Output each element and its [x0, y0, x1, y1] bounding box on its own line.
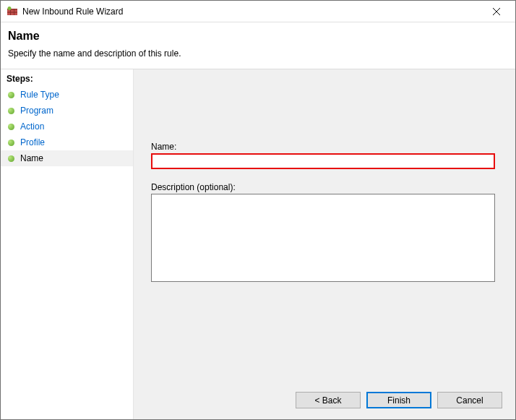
- step-label: Action: [20, 121, 44, 132]
- step-label: Program: [20, 106, 53, 116]
- wizard-window: New Inbound Rule Wizard Name Specify the…: [0, 0, 516, 420]
- svg-rect-2: [7, 12, 17, 13]
- button-row: < Back Finish Cancel: [296, 392, 502, 408]
- step-profile[interactable]: Profile: [1, 134, 133, 150]
- step-label: Name: [20, 153, 43, 163]
- description-label: Description (optional):: [151, 182, 495, 192]
- name-input[interactable]: [152, 155, 494, 168]
- window-title: New Inbound Rule Wizard: [22, 7, 481, 17]
- step-dot-icon: [8, 155, 14, 162]
- close-button[interactable]: [481, 1, 512, 22]
- back-button[interactable]: < Back: [296, 392, 361, 408]
- page-title: Name: [8, 30, 508, 43]
- step-label: Profile: [20, 137, 45, 147]
- step-rule-type[interactable]: Rule Type: [1, 87, 133, 103]
- step-label: Rule Type: [20, 90, 59, 100]
- step-dot-icon: [8, 108, 14, 114]
- main-panel: Name: Description (optional): < Back Fin…: [134, 69, 515, 419]
- steps-header: Steps:: [1, 74, 133, 87]
- description-textarea[interactable]: [151, 194, 495, 282]
- wizard-header: Name Specify the name and description of…: [1, 22, 515, 69]
- svg-rect-4: [14, 9, 14, 15]
- step-dot-icon: [8, 140, 14, 146]
- step-program[interactable]: Program: [1, 103, 133, 119]
- finish-button[interactable]: Finish: [366, 392, 431, 408]
- name-input-highlight: [151, 153, 495, 169]
- step-name[interactable]: Name: [1, 150, 133, 166]
- svg-point-5: [8, 7, 12, 10]
- page-subtitle: Specify the name and description of this…: [8, 48, 508, 59]
- firewall-icon: [7, 6, 18, 17]
- name-label: Name:: [151, 142, 495, 152]
- wizard-body: Steps: Rule Type Program Action Profile …: [1, 69, 515, 419]
- step-action[interactable]: Action: [1, 119, 133, 134]
- steps-sidebar: Steps: Rule Type Program Action Profile …: [1, 69, 134, 419]
- step-dot-icon: [8, 124, 14, 130]
- step-dot-icon: [8, 92, 14, 98]
- close-icon: [493, 8, 500, 15]
- titlebar: New Inbound Rule Wizard: [1, 1, 515, 22]
- cancel-button[interactable]: Cancel: [437, 392, 502, 408]
